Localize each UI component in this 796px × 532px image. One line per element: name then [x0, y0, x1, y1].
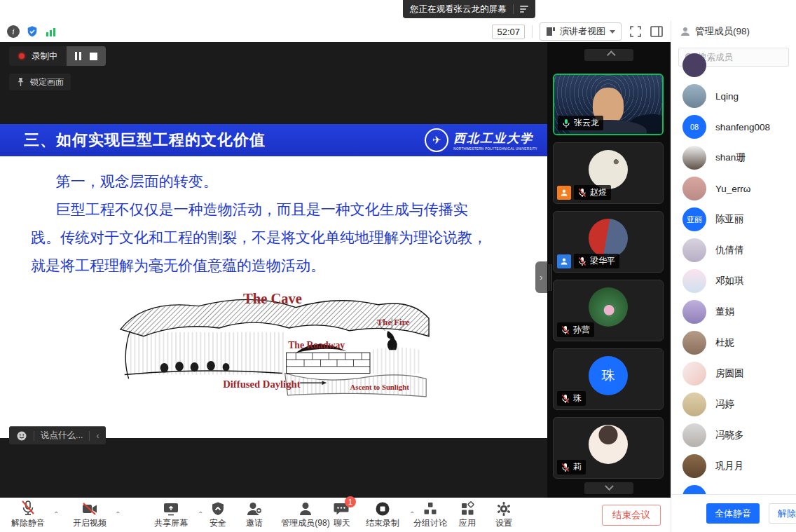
lock-view-button[interactable]: 锁定画面	[9, 74, 71, 90]
avatar	[682, 238, 706, 262]
viewer-banner-text: 您正在观看张云龙的屏幕	[410, 4, 507, 15]
slide-title-banner: 三、如何实现巨型工程的文化价值 ✈ 西北工业大学 NORTHWESTERN PO…	[0, 124, 547, 156]
bottom-toolbar: 解除静音 ⌃ 开启视频 ⌃ 共享屏幕 ⌃ 安全 邀请	[0, 498, 671, 532]
list-item[interactable]: 巩月月	[671, 451, 796, 482]
presentation-slide: 三、如何实现巨型工程的文化价值 ✈ 西北工业大学 NORTHWESTERN PO…	[0, 124, 547, 438]
plato-cave-illustration: The Cave The Fire The Roadway Diffused D…	[116, 287, 432, 400]
chat-collapse-icon[interactable]: ‹	[96, 431, 99, 441]
cohost-badge-icon	[557, 254, 571, 268]
breakout-rooms-button[interactable]: 分组讨论	[408, 500, 453, 529]
mic-options-chevron[interactable]: ⌃	[53, 510, 59, 518]
list-item[interactable]: shan珊	[671, 142, 796, 173]
mic-active-icon	[562, 118, 570, 128]
university-emblem-icon: ✈	[425, 128, 448, 152]
divider	[89, 431, 90, 441]
members-panel: Lqing 08shanfeng008 shan珊 Yu_errω 亚丽陈亚丽 …	[671, 42, 796, 494]
settings-button[interactable]: 设置	[486, 500, 521, 529]
lock-view-label: 锁定画面	[30, 76, 64, 88]
video-options-chevron[interactable]: ⌃	[115, 510, 121, 518]
gear-icon	[496, 501, 512, 517]
participant-name: 孙营	[573, 324, 590, 336]
video-tile[interactable]: 莉	[553, 417, 664, 479]
avatar	[682, 146, 706, 170]
invite-button[interactable]: 邀请	[237, 500, 272, 529]
participant-name: 梁华平	[590, 255, 615, 267]
apps-button[interactable]: 应用	[450, 500, 485, 529]
security-shield-icon[interactable]	[26, 25, 39, 38]
divider	[34, 431, 34, 441]
stop-recording-button[interactable]	[90, 53, 97, 60]
member-name: 杜妮	[715, 336, 734, 349]
avatar	[589, 150, 628, 189]
avatar	[682, 53, 706, 77]
scroll-up-button[interactable]	[584, 49, 633, 61]
video-tile[interactable]: 张云龙	[553, 74, 664, 135]
video-tile[interactable]: 赵煜	[553, 142, 664, 204]
start-video-button[interactable]: 开启视频	[64, 500, 115, 529]
list-item[interactable]: 冯婷	[671, 389, 796, 420]
meeting-window: 您正在观看张云龙的屏幕 i 52:07 演讲者视图	[0, 0, 796, 532]
list-item[interactable]: 董娟	[671, 296, 796, 327]
video-tile[interactable]: 孙营	[553, 280, 664, 341]
pause-recording-button[interactable]	[75, 52, 81, 60]
member-name: shanfeng008	[715, 122, 770, 132]
members-panel-footer: 全体静音 解除全体静音	[671, 494, 796, 532]
mic-muted-icon	[561, 463, 570, 472]
recording-dot-icon	[18, 52, 26, 60]
stop-recording-toolbar-button[interactable]: 结束录制	[359, 500, 406, 529]
slide-paragraph-2: 巨型工程不仅仅是一种造物活动，而且是一种文化生成与传播实践。传统对于文化和工程的…	[31, 196, 495, 280]
avatar	[682, 423, 706, 447]
unmute-all-button[interactable]: 解除全体静音	[769, 503, 796, 524]
unmute-button[interactable]: 解除静音	[3, 500, 53, 529]
end-meeting-button[interactable]: 结束会议	[602, 505, 661, 526]
info-icon[interactable]: i	[7, 25, 20, 38]
list-item[interactable]: 仇倩倩	[671, 235, 796, 266]
security-button[interactable]: 安全	[200, 500, 235, 529]
invite-person-icon	[246, 501, 263, 517]
host-badge-icon	[557, 186, 571, 200]
list-item[interactable]: Lqing	[671, 81, 796, 111]
list-item[interactable]: 邓如琪	[671, 266, 796, 296]
view-mode-button[interactable]: 演讲者视图	[540, 22, 622, 41]
avatar	[589, 219, 628, 258]
list-item[interactable]: 房圆圆	[671, 358, 796, 389]
video-tile[interactable]: 梁华平	[553, 211, 664, 273]
list-item[interactable]: 亚丽陈亚丽	[671, 204, 796, 235]
side-panel-icon[interactable]	[650, 25, 664, 38]
scroll-down-button[interactable]	[584, 482, 633, 494]
member-name: 冯婷	[715, 398, 734, 411]
member-name: Lqing	[715, 91, 739, 102]
list-item[interactable]: Yu_errω	[671, 173, 796, 204]
chat-button[interactable]: 1 聊天	[321, 500, 363, 529]
members-panel-header: 管理成员(98)	[671, 21, 796, 42]
emoji-icon[interactable]	[16, 430, 27, 442]
stop-record-icon	[375, 501, 390, 517]
slide-body-text: 第一，观念层面的转变。 巨型工程不仅仅是一种造物活动，而且是一种文化生成与传播实…	[0, 156, 547, 280]
list-item[interactable]: 冯晓多	[671, 420, 796, 451]
list-item[interactable]: 杜妮	[671, 327, 796, 358]
mic-muted-icon	[561, 325, 570, 335]
participant-name: 赵煜	[590, 186, 607, 198]
mic-muted-icon	[20, 500, 36, 517]
fullscreen-icon[interactable]	[629, 25, 643, 39]
list-item[interactable]	[671, 482, 796, 494]
member-name: 冯晓多	[715, 429, 744, 442]
avatar: 亚丽	[682, 207, 706, 231]
participant-name: 张云龙	[574, 117, 599, 129]
video-tile[interactable]: 珠 珠	[553, 348, 664, 410]
viewer-menu-icon[interactable]	[520, 6, 528, 13]
cave-label-title: The Cave	[243, 291, 302, 306]
strip-collapse-handle[interactable]: ›	[535, 261, 547, 293]
recording-label: 录制中	[32, 50, 58, 62]
mute-all-button[interactable]: 全体静音	[706, 503, 760, 524]
meeting-timer: 52:07	[492, 25, 525, 39]
network-signal-icon[interactable]	[45, 25, 57, 38]
member-list[interactable]: Lqing 08shanfeng008 shan珊 Yu_errω 亚丽陈亚丽 …	[671, 50, 796, 494]
chat-placeholder[interactable]: 说点什么...	[41, 430, 83, 442]
list-item[interactable]: 08shanfeng008	[671, 111, 796, 142]
list-item[interactable]	[671, 50, 796, 81]
chat-quick-input[interactable]: 说点什么... ‹	[9, 426, 106, 444]
strip-resize-grip[interactable]	[549, 264, 551, 291]
layout-grid-icon	[546, 27, 556, 36]
share-screen-button[interactable]: 共享屏幕	[146, 500, 196, 529]
